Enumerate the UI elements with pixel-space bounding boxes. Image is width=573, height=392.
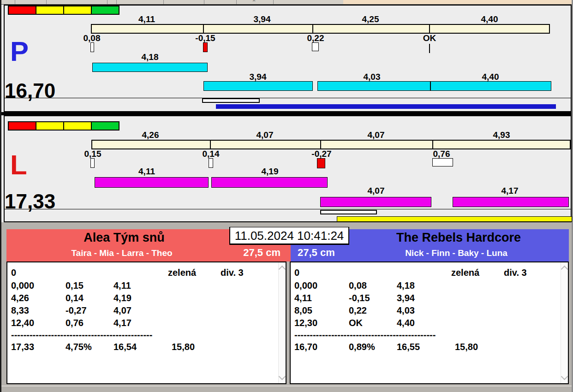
sheet-cell: 16,70 [294,342,317,352]
tab-divider [163,0,164,4]
scrollbar[interactable] [561,262,568,383]
sheet-cell: 3,94 [397,293,415,303]
sheet-cell: -0,15 [349,293,370,303]
sheet-cell: 0,000 [11,280,34,291]
sheet-cell: 12,30 [294,318,317,328]
sheet-cell: 0,22 [349,305,367,316]
sheet-cell: 4,07 [113,305,131,316]
team-a-players: Taira - Mia - Larra - Theo [6,248,237,258]
tab-divider [116,0,117,4]
window-top-strip: ^ [0,0,573,5]
sheet-cell: 8,05 [294,305,312,316]
sheet-cell: ----------------------------------------… [11,330,152,340]
scrollbar[interactable] [278,262,286,383]
tab-divider [273,0,274,4]
sheet-cell: div. 3 [504,267,527,278]
scroll-down-icon[interactable] [561,373,568,380]
sheet-cell: 17,33 [11,342,34,352]
team-b-distance: 27,5 cm [298,247,335,259]
tab-divider [236,0,237,4]
sheet-cell: zelená [451,267,479,278]
app-window: ^ Alea Tým snů Taira - Mia - Larra - The… [0,0,573,392]
sheet-cell: 16,55 [397,342,420,352]
timestamp: 11.05.2024 10:41:24 [235,229,344,243]
team-b-players: Nick - Finn - Baky - Luna [344,248,569,258]
sheet-cell: 12,40 [11,318,34,328]
scroll-down-icon[interactable] [279,373,286,380]
team-a-sheet[interactable]: 0zelenádiv. 30,0000,154,114,260,144,198,… [6,261,286,384]
team-b-name: The Rebels Hardcore [348,231,569,245]
team-b-sheet[interactable]: 0zelenádiv. 30,0000,084,184,11-0,153,948… [290,261,569,384]
sheet-cell: 0 [294,267,299,278]
sheet-cell: 15,80 [172,342,195,352]
sheet-cell: 4,03 [397,305,415,316]
sheet-cell: 0,08 [349,280,367,291]
sheet-cell: 0,14 [66,293,84,303]
sheet-cell: div. 3 [221,267,244,278]
scroll-up-icon[interactable] [279,266,286,273]
sheet-cell: 4,40 [397,318,415,328]
sheet-cell: ----------------------------------------… [294,330,436,340]
panel-top-P [4,5,572,112]
scroll-up-icon[interactable] [561,266,568,273]
tab-divider [15,0,15,4]
bottom-band-highlight [0,386,573,386]
sheet-cell: 0,15 [66,280,84,291]
panel-divider [0,112,573,115]
sheet-cell: 4,18 [397,280,415,291]
tab-divider [204,0,204,4]
sheet-cell: 0 [11,267,16,278]
sheet-cell: 4,11 [294,293,312,303]
sheet-cell: 4,75% [66,342,92,352]
sheet-cell: OK [349,318,363,328]
timestamp-box: 11.05.2024 10:41:24 [229,227,349,245]
sheet-cell: -0,27 [66,305,87,316]
sheet-cell: 0,000 [294,280,317,291]
sheet-cell: 4,11 [113,280,131,291]
sheet-cell: 16,54 [113,342,137,352]
sheet-cell: 8,33 [11,305,29,316]
sheet-cell: 0,76 [66,318,84,328]
team-a-distance: 27,5 cm [243,247,281,259]
sheet-cell: 0,89% [349,342,375,352]
sheet-cell: 4,19 [113,293,131,303]
sheet-content: 0zelenádiv. 30,0000,154,114,260,144,198,… [7,262,278,383]
window-left-border [0,0,1,392]
caret-icon: ^ [253,0,255,4]
window-top-right-area [343,0,573,4]
sheet-cell: 15,80 [455,342,478,352]
panel-bottom-L [4,115,572,222]
team-a-name: Alea Tým snů [6,231,242,245]
sheet-cell: zelená [168,267,196,278]
sheet-cell: 4,26 [11,293,29,303]
tab-divider [107,0,107,4]
sheet-cell: 4,17 [113,318,131,328]
tab-divider [46,0,47,4]
sheet-content: 0zelenádiv. 30,0000,084,184,11-0,153,948… [291,262,560,383]
